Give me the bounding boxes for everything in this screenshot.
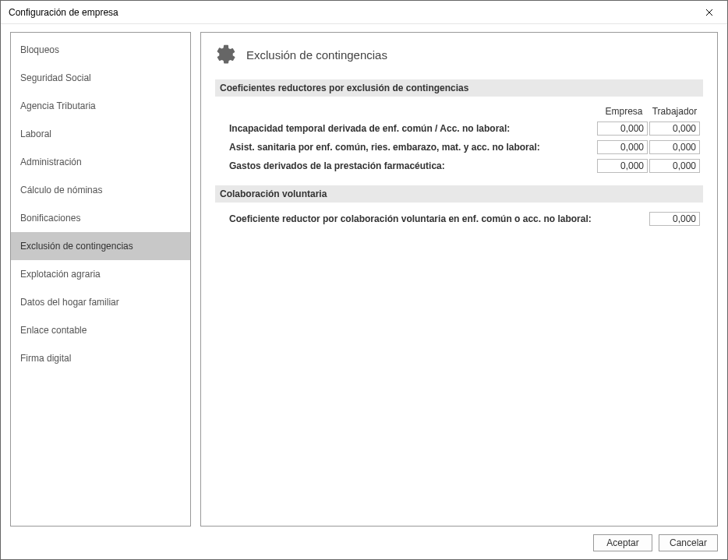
asist-trabajador-input[interactable] <box>649 140 700 154</box>
sidebar: Bloqueos Seguridad Social Agencia Tribut… <box>10 32 191 527</box>
inputs-pair <box>597 159 700 173</box>
dialog-window: Configuración de empresa Bloqueos Seguri… <box>0 0 728 560</box>
row-label: Incapacidad temporal derivada de enf. co… <box>229 123 597 134</box>
row-label: Asist. sanitaria por enf. común, ries. e… <box>229 142 597 153</box>
colab-voluntaria-input[interactable] <box>649 212 700 226</box>
incapacidad-trabajador-input[interactable] <box>649 122 700 136</box>
incapacidad-empresa-input[interactable] <box>597 122 648 136</box>
gastos-empresa-input[interactable] <box>597 159 648 173</box>
sidebar-item-bloqueos[interactable]: Bloqueos <box>11 36 190 64</box>
section1-header: Coeficientes reductores por exclusión de… <box>215 79 703 97</box>
section2-header: Colaboración voluntaria <box>215 185 703 203</box>
panels: Bloqueos Seguridad Social Agencia Tribut… <box>10 32 718 527</box>
titlebar: Configuración de empresa <box>1 1 727 24</box>
page-title: Exclusión de contingencias <box>246 48 387 62</box>
sidebar-item-exclusion-contingencias[interactable]: Exclusión de contingencias <box>11 232 190 260</box>
close-icon <box>705 9 713 16</box>
footer: Aceptar Cancelar <box>10 527 718 551</box>
sidebar-item-laboral[interactable]: Laboral <box>11 120 190 148</box>
body-area: Bloqueos Seguridad Social Agencia Tribut… <box>1 24 727 559</box>
sidebar-item-datos-hogar[interactable]: Datos del hogar familiar <box>11 288 190 316</box>
sidebar-item-explotacion-agraria[interactable]: Explotación agraria <box>11 260 190 288</box>
close-button[interactable] <box>698 2 721 23</box>
sidebar-item-agencia-tributaria[interactable]: Agencia Tributaria <box>11 92 190 120</box>
row-colaboracion-voluntaria: Coeficiente reductor por colaboración vo… <box>215 212 703 226</box>
row-gastos-farmaceutica: Gastos derivados de la prestación farmac… <box>229 159 700 173</box>
gear-icon <box>215 44 237 65</box>
inputs-pair <box>597 122 700 136</box>
row-asist-sanitaria: Asist. sanitaria por enf. común, ries. e… <box>229 140 700 154</box>
row-label: Gastos derivados de la prestación farmac… <box>229 160 597 171</box>
accept-button[interactable]: Aceptar <box>593 534 652 551</box>
inputs-pair <box>597 140 700 154</box>
coef-grid: Empresa Trabajador Incapacidad temporal … <box>215 106 703 185</box>
cancel-button[interactable]: Cancelar <box>659 534 718 551</box>
sidebar-item-administracion[interactable]: Administración <box>11 148 190 176</box>
page-header: Exclusión de contingencias <box>215 44 703 65</box>
col-empresa: Empresa <box>599 106 649 117</box>
sidebar-item-calculo-nominas[interactable]: Cálculo de nóminas <box>11 176 190 204</box>
asist-empresa-input[interactable] <box>597 140 648 154</box>
row-label: Coeficiente reductor por colaboración vo… <box>229 213 649 224</box>
sidebar-item-seguridad-social[interactable]: Seguridad Social <box>11 64 190 92</box>
gastos-trabajador-input[interactable] <box>649 159 700 173</box>
col-trabajador: Trabajador <box>649 106 700 117</box>
content-panel: Exclusión de contingencias Coeficientes … <box>200 32 718 527</box>
window-title: Configuración de empresa <box>9 7 118 18</box>
sidebar-item-bonificaciones[interactable]: Bonificaciones <box>11 204 190 232</box>
sidebar-item-enlace-contable[interactable]: Enlace contable <box>11 316 190 344</box>
sidebar-item-firma-digital[interactable]: Firma digital <box>11 344 190 372</box>
grid-head: Empresa Trabajador <box>229 106 700 117</box>
row-incapacidad: Incapacidad temporal derivada de enf. co… <box>229 122 700 136</box>
